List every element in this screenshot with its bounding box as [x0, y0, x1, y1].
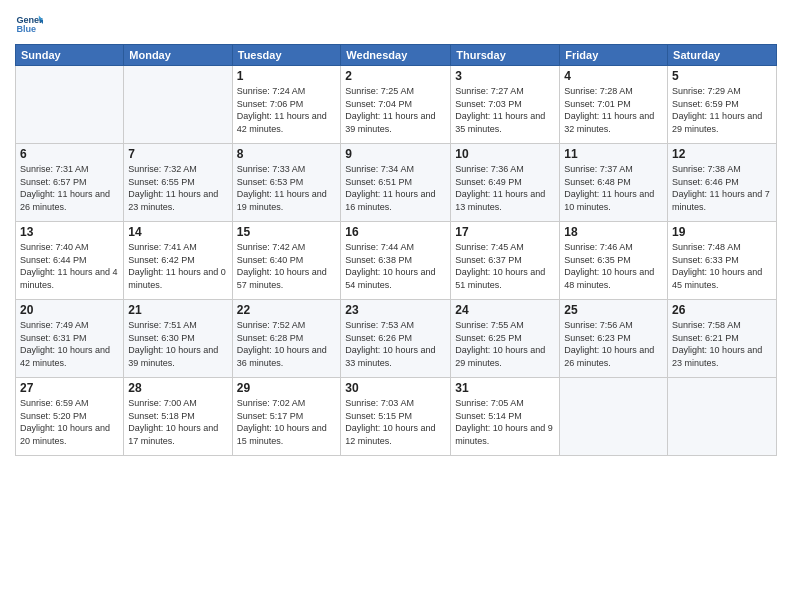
day-info: Sunrise: 7:52 AM Sunset: 6:28 PM Dayligh… [237, 319, 337, 369]
calendar-cell: 3Sunrise: 7:27 AM Sunset: 7:03 PM Daylig… [451, 66, 560, 144]
weekday-header-friday: Friday [560, 45, 668, 66]
calendar-cell: 26Sunrise: 7:58 AM Sunset: 6:21 PM Dayli… [668, 300, 777, 378]
day-number: 23 [345, 303, 446, 317]
day-number: 25 [564, 303, 663, 317]
day-number: 14 [128, 225, 227, 239]
day-info: Sunrise: 7:00 AM Sunset: 5:18 PM Dayligh… [128, 397, 227, 447]
day-info: Sunrise: 7:45 AM Sunset: 6:37 PM Dayligh… [455, 241, 555, 291]
day-number: 17 [455, 225, 555, 239]
day-number: 26 [672, 303, 772, 317]
day-number: 10 [455, 147, 555, 161]
calendar-cell: 12Sunrise: 7:38 AM Sunset: 6:46 PM Dayli… [668, 144, 777, 222]
calendar-cell: 7Sunrise: 7:32 AM Sunset: 6:55 PM Daylig… [124, 144, 232, 222]
day-info: Sunrise: 6:59 AM Sunset: 5:20 PM Dayligh… [20, 397, 119, 447]
calendar-cell: 24Sunrise: 7:55 AM Sunset: 6:25 PM Dayli… [451, 300, 560, 378]
logo: General Blue [15, 10, 43, 38]
day-info: Sunrise: 7:25 AM Sunset: 7:04 PM Dayligh… [345, 85, 446, 135]
day-info: Sunrise: 7:34 AM Sunset: 6:51 PM Dayligh… [345, 163, 446, 213]
weekday-header-saturday: Saturday [668, 45, 777, 66]
day-number: 20 [20, 303, 119, 317]
calendar-cell: 16Sunrise: 7:44 AM Sunset: 6:38 PM Dayli… [341, 222, 451, 300]
weekday-header-sunday: Sunday [16, 45, 124, 66]
day-number: 27 [20, 381, 119, 395]
svg-text:Blue: Blue [16, 24, 36, 34]
calendar-cell [16, 66, 124, 144]
header-row-days: SundayMondayTuesdayWednesdayThursdayFrid… [16, 45, 777, 66]
calendar-cell: 8Sunrise: 7:33 AM Sunset: 6:53 PM Daylig… [232, 144, 341, 222]
calendar-cell: 15Sunrise: 7:42 AM Sunset: 6:40 PM Dayli… [232, 222, 341, 300]
day-number: 18 [564, 225, 663, 239]
day-info: Sunrise: 7:49 AM Sunset: 6:31 PM Dayligh… [20, 319, 119, 369]
day-info: Sunrise: 7:37 AM Sunset: 6:48 PM Dayligh… [564, 163, 663, 213]
day-info: Sunrise: 7:55 AM Sunset: 6:25 PM Dayligh… [455, 319, 555, 369]
calendar-cell: 21Sunrise: 7:51 AM Sunset: 6:30 PM Dayli… [124, 300, 232, 378]
day-info: Sunrise: 7:31 AM Sunset: 6:57 PM Dayligh… [20, 163, 119, 213]
day-number: 30 [345, 381, 446, 395]
day-number: 12 [672, 147, 772, 161]
calendar-week-3: 13Sunrise: 7:40 AM Sunset: 6:44 PM Dayli… [16, 222, 777, 300]
calendar-cell [124, 66, 232, 144]
day-info: Sunrise: 7:29 AM Sunset: 6:59 PM Dayligh… [672, 85, 772, 135]
calendar-cell: 11Sunrise: 7:37 AM Sunset: 6:48 PM Dayli… [560, 144, 668, 222]
calendar-cell: 13Sunrise: 7:40 AM Sunset: 6:44 PM Dayli… [16, 222, 124, 300]
calendar-week-4: 20Sunrise: 7:49 AM Sunset: 6:31 PM Dayli… [16, 300, 777, 378]
day-number: 13 [20, 225, 119, 239]
day-number: 21 [128, 303, 227, 317]
day-number: 15 [237, 225, 337, 239]
day-number: 11 [564, 147, 663, 161]
calendar-cell: 29Sunrise: 7:02 AM Sunset: 5:17 PM Dayli… [232, 378, 341, 456]
day-number: 31 [455, 381, 555, 395]
calendar-week-1: 1Sunrise: 7:24 AM Sunset: 7:06 PM Daylig… [16, 66, 777, 144]
day-info: Sunrise: 7:03 AM Sunset: 5:15 PM Dayligh… [345, 397, 446, 447]
day-info: Sunrise: 7:42 AM Sunset: 6:40 PM Dayligh… [237, 241, 337, 291]
day-info: Sunrise: 7:28 AM Sunset: 7:01 PM Dayligh… [564, 85, 663, 135]
day-info: Sunrise: 7:51 AM Sunset: 6:30 PM Dayligh… [128, 319, 227, 369]
day-number: 1 [237, 69, 337, 83]
weekday-header-wednesday: Wednesday [341, 45, 451, 66]
day-info: Sunrise: 7:24 AM Sunset: 7:06 PM Dayligh… [237, 85, 337, 135]
calendar-cell [668, 378, 777, 456]
calendar-week-2: 6Sunrise: 7:31 AM Sunset: 6:57 PM Daylig… [16, 144, 777, 222]
day-info: Sunrise: 7:48 AM Sunset: 6:33 PM Dayligh… [672, 241, 772, 291]
day-number: 6 [20, 147, 119, 161]
day-number: 28 [128, 381, 227, 395]
calendar-cell: 27Sunrise: 6:59 AM Sunset: 5:20 PM Dayli… [16, 378, 124, 456]
day-info: Sunrise: 7:56 AM Sunset: 6:23 PM Dayligh… [564, 319, 663, 369]
day-number: 2 [345, 69, 446, 83]
calendar-cell: 28Sunrise: 7:00 AM Sunset: 5:18 PM Dayli… [124, 378, 232, 456]
day-info: Sunrise: 7:02 AM Sunset: 5:17 PM Dayligh… [237, 397, 337, 447]
day-number: 16 [345, 225, 446, 239]
day-info: Sunrise: 7:33 AM Sunset: 6:53 PM Dayligh… [237, 163, 337, 213]
weekday-header-monday: Monday [124, 45, 232, 66]
calendar-cell: 22Sunrise: 7:52 AM Sunset: 6:28 PM Dayli… [232, 300, 341, 378]
calendar-cell: 5Sunrise: 7:29 AM Sunset: 6:59 PM Daylig… [668, 66, 777, 144]
day-info: Sunrise: 7:36 AM Sunset: 6:49 PM Dayligh… [455, 163, 555, 213]
calendar-cell [560, 378, 668, 456]
calendar-cell: 18Sunrise: 7:46 AM Sunset: 6:35 PM Dayli… [560, 222, 668, 300]
weekday-header-thursday: Thursday [451, 45, 560, 66]
day-info: Sunrise: 7:46 AM Sunset: 6:35 PM Dayligh… [564, 241, 663, 291]
day-number: 7 [128, 147, 227, 161]
page-container: General Blue SundayMondayTuesdayWednesda… [0, 0, 792, 461]
calendar-cell: 30Sunrise: 7:03 AM Sunset: 5:15 PM Dayli… [341, 378, 451, 456]
calendar-cell: 23Sunrise: 7:53 AM Sunset: 6:26 PM Dayli… [341, 300, 451, 378]
calendar-cell: 14Sunrise: 7:41 AM Sunset: 6:42 PM Dayli… [124, 222, 232, 300]
calendar-cell: 17Sunrise: 7:45 AM Sunset: 6:37 PM Dayli… [451, 222, 560, 300]
day-number: 4 [564, 69, 663, 83]
calendar-cell: 20Sunrise: 7:49 AM Sunset: 6:31 PM Dayli… [16, 300, 124, 378]
calendar-cell: 6Sunrise: 7:31 AM Sunset: 6:57 PM Daylig… [16, 144, 124, 222]
day-number: 3 [455, 69, 555, 83]
calendar-cell: 2Sunrise: 7:25 AM Sunset: 7:04 PM Daylig… [341, 66, 451, 144]
calendar-cell: 9Sunrise: 7:34 AM Sunset: 6:51 PM Daylig… [341, 144, 451, 222]
calendar-cell: 25Sunrise: 7:56 AM Sunset: 6:23 PM Dayli… [560, 300, 668, 378]
day-info: Sunrise: 7:38 AM Sunset: 6:46 PM Dayligh… [672, 163, 772, 213]
day-info: Sunrise: 7:05 AM Sunset: 5:14 PM Dayligh… [455, 397, 555, 447]
calendar-cell: 1Sunrise: 7:24 AM Sunset: 7:06 PM Daylig… [232, 66, 341, 144]
day-info: Sunrise: 7:44 AM Sunset: 6:38 PM Dayligh… [345, 241, 446, 291]
calendar-week-5: 27Sunrise: 6:59 AM Sunset: 5:20 PM Dayli… [16, 378, 777, 456]
day-number: 8 [237, 147, 337, 161]
calendar-table: SundayMondayTuesdayWednesdayThursdayFrid… [15, 44, 777, 456]
weekday-header-tuesday: Tuesday [232, 45, 341, 66]
day-info: Sunrise: 7:53 AM Sunset: 6:26 PM Dayligh… [345, 319, 446, 369]
day-number: 24 [455, 303, 555, 317]
